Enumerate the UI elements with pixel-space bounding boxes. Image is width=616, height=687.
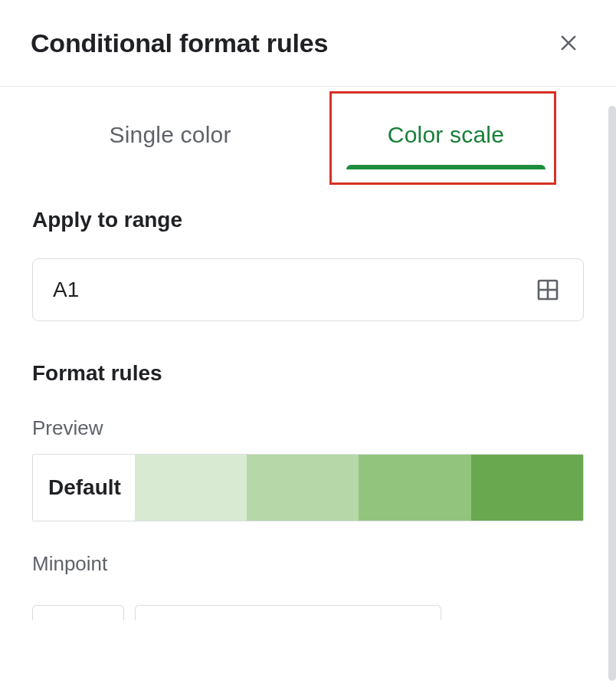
preview-swatch-3 (359, 455, 470, 521)
sidebar-title: Conditional format rules (31, 28, 328, 58)
format-rules-title: Format rules (32, 361, 584, 386)
range-value: A1 (53, 278, 79, 302)
minpoint-row (32, 605, 584, 620)
minpoint-value-input[interactable] (135, 605, 441, 620)
preview-default-label: Default (33, 455, 135, 521)
preview-swatch-2 (247, 455, 359, 521)
select-range-button[interactable] (532, 274, 563, 305)
minpoint-label: Minpoint (32, 552, 584, 576)
preview-label: Preview (32, 416, 584, 440)
range-input[interactable]: A1 (32, 258, 584, 321)
close-button[interactable] (553, 28, 584, 58)
scrollbar[interactable] (608, 106, 616, 681)
preview-swatch-1 (135, 455, 247, 521)
tab-single-color[interactable]: Single color (32, 105, 308, 168)
tab-color-scale-label: Color scale (388, 122, 504, 147)
tab-single-color-label: Single color (109, 122, 231, 147)
grid-icon (536, 278, 560, 302)
apply-to-range-title: Apply to range (32, 208, 584, 232)
format-type-tabs: Single color Color scale (0, 105, 616, 168)
preview-swatch-4 (471, 455, 583, 521)
preview-scale-selector[interactable]: Default (32, 454, 584, 521)
minpoint-type-select[interactable] (32, 605, 124, 620)
sidebar-header: Conditional format rules (0, 0, 616, 87)
tab-color-scale[interactable]: Color scale (308, 105, 584, 168)
close-icon (558, 32, 579, 54)
